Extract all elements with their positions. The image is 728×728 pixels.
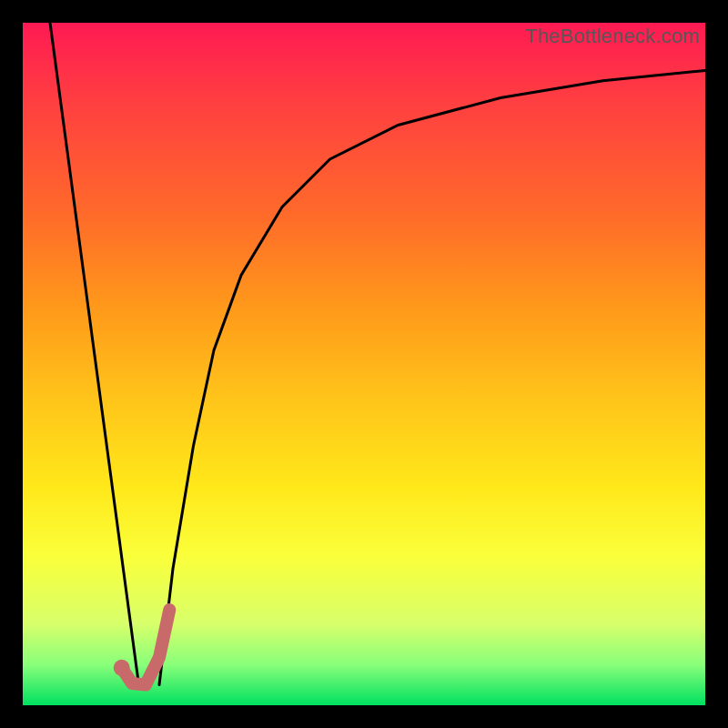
descending-line — [50, 23, 139, 685]
plot-area: TheBottleneck.com — [23, 23, 705, 705]
rising-curve — [159, 71, 705, 685]
chart-container: TheBottleneck.com — [0, 0, 728, 728]
chart-svg — [23, 23, 705, 705]
j-dot — [114, 660, 130, 676]
